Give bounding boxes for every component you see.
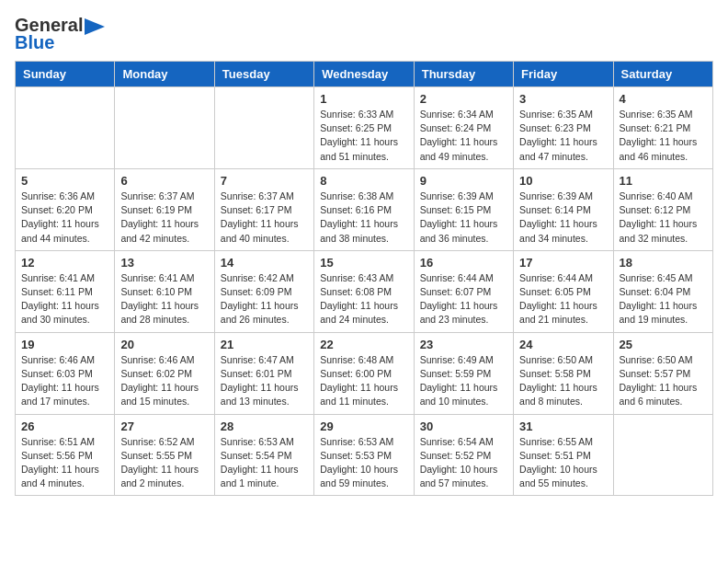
- calendar-cell: 13Sunrise: 6:41 AM Sunset: 6:10 PM Dayli…: [115, 250, 214, 332]
- weekday-header-tuesday: Tuesday: [214, 62, 313, 87]
- day-number: 19: [21, 338, 108, 351]
- day-number: 4: [620, 92, 707, 106]
- calendar-cell: 5Sunrise: 6:36 AM Sunset: 6:20 PM Daylig…: [16, 168, 115, 250]
- day-info: Sunrise: 6:44 AM Sunset: 6:07 PM Dayligh…: [420, 271, 507, 327]
- calendar-cell: 1Sunrise: 6:33 AM Sunset: 6:25 PM Daylig…: [314, 87, 414, 169]
- calendar-cell: 4Sunrise: 6:35 AM Sunset: 6:21 PM Daylig…: [613, 87, 712, 169]
- calendar-cell: 30Sunrise: 6:54 AM Sunset: 5:52 PM Dayli…: [414, 414, 513, 496]
- weekday-header-wednesday: Wednesday: [314, 62, 414, 87]
- day-number: 11: [620, 174, 707, 188]
- day-info: Sunrise: 6:35 AM Sunset: 6:23 PM Dayligh…: [519, 108, 607, 164]
- calendar-cell: 24Sunrise: 6:50 AM Sunset: 5:58 PM Dayli…: [514, 332, 613, 414]
- day-number: 9: [420, 174, 507, 188]
- day-number: 2: [420, 92, 507, 106]
- day-info: Sunrise: 6:50 AM Sunset: 5:58 PM Dayligh…: [519, 353, 607, 409]
- svg-marker-0: [85, 18, 105, 35]
- logo-arrow-icon: [85, 18, 105, 35]
- weekday-header-sunday: Sunday: [16, 62, 115, 87]
- day-info: Sunrise: 6:45 AM Sunset: 6:04 PM Dayligh…: [620, 271, 707, 327]
- day-number: 15: [320, 256, 407, 270]
- day-info: Sunrise: 6:53 AM Sunset: 5:54 PM Dayligh…: [221, 435, 308, 491]
- day-number: 7: [221, 174, 308, 188]
- calendar-cell: 10Sunrise: 6:39 AM Sunset: 6:14 PM Dayli…: [514, 168, 613, 250]
- day-info: Sunrise: 6:33 AM Sunset: 6:25 PM Dayligh…: [320, 108, 407, 164]
- day-info: Sunrise: 6:36 AM Sunset: 6:20 PM Dayligh…: [21, 190, 108, 246]
- day-number: 22: [320, 338, 407, 351]
- day-number: 14: [221, 256, 308, 270]
- page-header: General Blue: [15, 15, 713, 53]
- day-number: 27: [120, 419, 208, 433]
- calendar-cell: 2Sunrise: 6:34 AM Sunset: 6:24 PM Daylig…: [414, 87, 513, 169]
- weekday-header-monday: Monday: [115, 62, 214, 87]
- day-info: Sunrise: 6:41 AM Sunset: 6:10 PM Dayligh…: [120, 271, 208, 327]
- calendar-cell: 15Sunrise: 6:43 AM Sunset: 6:08 PM Dayli…: [314, 250, 414, 332]
- day-info: Sunrise: 6:42 AM Sunset: 6:09 PM Dayligh…: [221, 271, 308, 327]
- day-number: 3: [519, 92, 607, 106]
- logo: General Blue: [15, 15, 105, 53]
- calendar-cell: 6Sunrise: 6:37 AM Sunset: 6:19 PM Daylig…: [115, 168, 214, 250]
- day-number: 17: [519, 256, 607, 270]
- day-number: 24: [519, 338, 607, 351]
- day-info: Sunrise: 6:37 AM Sunset: 6:19 PM Dayligh…: [120, 190, 208, 246]
- weekday-header-row: SundayMondayTuesdayWednesdayThursdayFrid…: [16, 62, 713, 87]
- calendar-cell: 11Sunrise: 6:40 AM Sunset: 6:12 PM Dayli…: [613, 168, 712, 250]
- day-number: 5: [21, 174, 108, 188]
- calendar-cell: [214, 87, 313, 169]
- day-info: Sunrise: 6:43 AM Sunset: 6:08 PM Dayligh…: [320, 271, 407, 327]
- day-info: Sunrise: 6:54 AM Sunset: 5:52 PM Dayligh…: [420, 435, 507, 491]
- calendar-week-row: 26Sunrise: 6:51 AM Sunset: 5:56 PM Dayli…: [16, 414, 713, 496]
- calendar-cell: 16Sunrise: 6:44 AM Sunset: 6:07 PM Dayli…: [414, 250, 513, 332]
- weekday-header-friday: Friday: [514, 62, 613, 87]
- calendar-cell: 31Sunrise: 6:55 AM Sunset: 5:51 PM Dayli…: [514, 414, 613, 496]
- day-info: Sunrise: 6:50 AM Sunset: 5:57 PM Dayligh…: [620, 353, 707, 409]
- day-number: 20: [120, 338, 208, 351]
- weekday-header-thursday: Thursday: [414, 62, 513, 87]
- day-info: Sunrise: 6:51 AM Sunset: 5:56 PM Dayligh…: [21, 435, 108, 491]
- day-number: 23: [420, 338, 507, 351]
- day-info: Sunrise: 6:38 AM Sunset: 6:16 PM Dayligh…: [320, 190, 407, 246]
- day-info: Sunrise: 6:46 AM Sunset: 6:03 PM Dayligh…: [21, 353, 108, 409]
- day-info: Sunrise: 6:44 AM Sunset: 6:05 PM Dayligh…: [519, 271, 607, 327]
- day-info: Sunrise: 6:37 AM Sunset: 6:17 PM Dayligh…: [221, 190, 308, 246]
- day-info: Sunrise: 6:53 AM Sunset: 5:53 PM Dayligh…: [320, 435, 407, 491]
- calendar-cell: 29Sunrise: 6:53 AM Sunset: 5:53 PM Dayli…: [314, 414, 414, 496]
- calendar-week-row: 19Sunrise: 6:46 AM Sunset: 6:03 PM Dayli…: [16, 332, 713, 414]
- day-info: Sunrise: 6:41 AM Sunset: 6:11 PM Dayligh…: [21, 271, 108, 327]
- calendar-week-row: 12Sunrise: 6:41 AM Sunset: 6:11 PM Dayli…: [16, 250, 713, 332]
- logo-blue: Blue: [15, 32, 54, 53]
- calendar-cell: 21Sunrise: 6:47 AM Sunset: 6:01 PM Dayli…: [214, 332, 313, 414]
- day-info: Sunrise: 6:34 AM Sunset: 6:24 PM Dayligh…: [420, 108, 507, 164]
- calendar-week-row: 5Sunrise: 6:36 AM Sunset: 6:20 PM Daylig…: [16, 168, 713, 250]
- calendar-cell: 8Sunrise: 6:38 AM Sunset: 6:16 PM Daylig…: [314, 168, 414, 250]
- day-number: 8: [320, 174, 407, 188]
- day-number: 28: [221, 419, 308, 433]
- day-number: 18: [620, 256, 707, 270]
- day-number: 25: [620, 338, 707, 351]
- day-info: Sunrise: 6:48 AM Sunset: 6:00 PM Dayligh…: [320, 353, 407, 409]
- day-info: Sunrise: 6:40 AM Sunset: 6:12 PM Dayligh…: [620, 190, 707, 246]
- calendar-cell: 14Sunrise: 6:42 AM Sunset: 6:09 PM Dayli…: [214, 250, 313, 332]
- day-number: 29: [320, 419, 407, 433]
- calendar-cell: [16, 87, 115, 169]
- weekday-header-saturday: Saturday: [613, 62, 712, 87]
- day-number: 6: [120, 174, 208, 188]
- day-number: 30: [420, 419, 507, 433]
- calendar-cell: 18Sunrise: 6:45 AM Sunset: 6:04 PM Dayli…: [613, 250, 712, 332]
- day-info: Sunrise: 6:52 AM Sunset: 5:55 PM Dayligh…: [120, 435, 208, 491]
- day-number: 16: [420, 256, 507, 270]
- calendar-table: SundayMondayTuesdayWednesdayThursdayFrid…: [15, 61, 713, 496]
- day-info: Sunrise: 6:35 AM Sunset: 6:21 PM Dayligh…: [620, 108, 707, 164]
- calendar-cell: 25Sunrise: 6:50 AM Sunset: 5:57 PM Dayli…: [613, 332, 712, 414]
- day-info: Sunrise: 6:55 AM Sunset: 5:51 PM Dayligh…: [519, 435, 607, 491]
- day-number: 10: [519, 174, 607, 188]
- calendar-cell: 17Sunrise: 6:44 AM Sunset: 6:05 PM Dayli…: [514, 250, 613, 332]
- calendar-week-row: 1Sunrise: 6:33 AM Sunset: 6:25 PM Daylig…: [16, 87, 713, 169]
- day-number: 26: [21, 419, 108, 433]
- calendar-cell: 3Sunrise: 6:35 AM Sunset: 6:23 PM Daylig…: [514, 87, 613, 169]
- calendar-cell: 9Sunrise: 6:39 AM Sunset: 6:15 PM Daylig…: [414, 168, 513, 250]
- calendar-cell: 27Sunrise: 6:52 AM Sunset: 5:55 PM Dayli…: [115, 414, 214, 496]
- day-info: Sunrise: 6:49 AM Sunset: 5:59 PM Dayligh…: [420, 353, 507, 409]
- day-number: 12: [21, 256, 108, 270]
- calendar-cell: 28Sunrise: 6:53 AM Sunset: 5:54 PM Dayli…: [214, 414, 313, 496]
- calendar-cell: [613, 414, 712, 496]
